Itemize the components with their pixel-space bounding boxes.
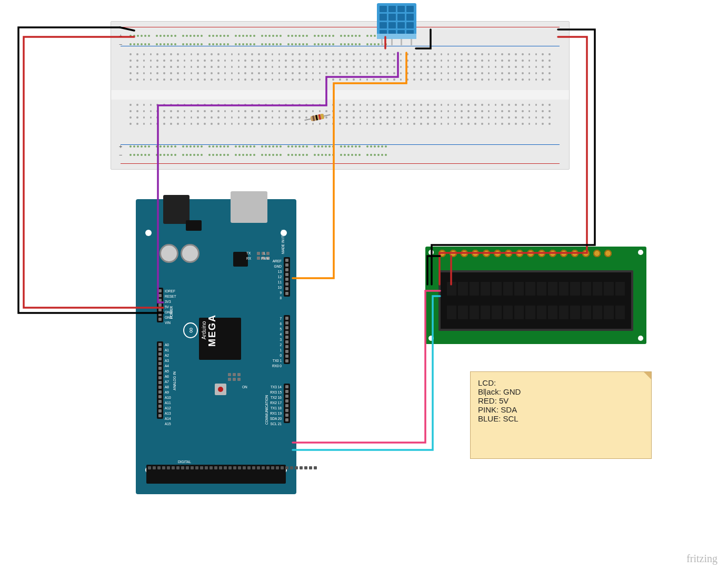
digital-header-label: DIGITAL (178, 459, 191, 465)
arduino-mega: MADE IN ITALY TX RX L PWM ON IOREFRESET3… (136, 199, 296, 494)
lcd-16x2 (425, 247, 646, 344)
led-l: L (264, 251, 266, 256)
led-pwm: PWM (261, 256, 270, 261)
note-line1: LCD: (478, 378, 644, 387)
led-tx: TX (246, 251, 251, 256)
made-in-label: MADE IN ITALY (281, 230, 286, 254)
fritzing-watermark: fritzing (686, 553, 717, 565)
breadboard: + − + − (111, 21, 570, 170)
wire-scl-blue (293, 296, 440, 450)
note-line2: Black: GND (478, 387, 644, 396)
dht11-sensor (377, 3, 416, 45)
led-on: ON (242, 385, 247, 390)
power-header-label: POWER (169, 306, 174, 319)
analog-header-label: ANALOG IN (172, 371, 177, 390)
note-lcd-legend: LCD: Black: GND RED: 5V PINK: SDA BLUE: … (470, 371, 652, 459)
wire-sda-pink (293, 291, 440, 443)
led-rx: RX (246, 256, 251, 261)
arduino-logo: ∞ Arduino MEGA (183, 314, 218, 347)
note-line3: RED: 5V (478, 396, 644, 405)
note-line4: PINK: SDA (478, 405, 644, 414)
comm-header-label: COMMUNICATION (264, 395, 270, 425)
note-line5: BLUE: SCL (478, 414, 644, 423)
